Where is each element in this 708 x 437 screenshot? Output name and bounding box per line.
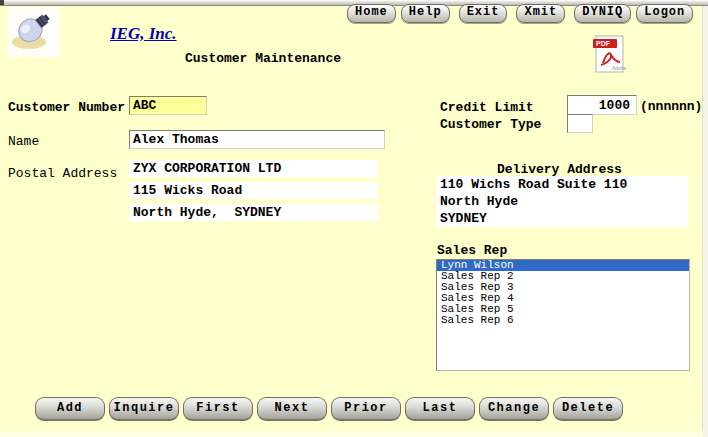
postal-address-label: Postal Address (8, 166, 117, 181)
change-button[interactable]: Change (479, 397, 549, 421)
prior-button[interactable]: Prior (331, 397, 401, 421)
top-nav: Home Help Exit Xmit DYNIQ Logon (347, 4, 698, 23)
pdf-adobe-icon[interactable]: PDF Adobe (592, 34, 626, 74)
svg-text:Adobe: Adobe (612, 65, 626, 71)
credit-limit-input[interactable] (567, 95, 637, 115)
credit-limit-label: Credit Limit (440, 100, 534, 115)
svg-text:PDF: PDF (596, 40, 611, 47)
name-label: Name (8, 134, 39, 149)
credit-limit-format-hint: (nnnnnn) (640, 99, 702, 114)
customer-maintenance-screen: Home Help Exit Xmit DYNIQ Logon IEG, Inc… (0, 0, 708, 437)
dyniq-button[interactable]: DYNIQ (574, 4, 631, 23)
lightbulb-logo-icon[interactable] (8, 7, 60, 57)
customer-number-label: Customer Number (8, 100, 125, 115)
delivery-address-label: Delivery Address (497, 162, 622, 177)
delivery-address-line-1[interactable]: 110 Wichs Road Suite 110 (436, 176, 688, 193)
company-link[interactable]: IEG, Inc. (110, 24, 177, 44)
xmit-button[interactable]: Xmit (516, 4, 565, 23)
right-edge-strip (702, 6, 708, 437)
home-button[interactable]: Home (347, 4, 396, 23)
delete-button[interactable]: Delete (553, 397, 623, 421)
inquire-button[interactable]: Inquire (109, 397, 179, 421)
delivery-address-line-2[interactable]: North Hyde (436, 193, 688, 210)
first-button[interactable]: First (183, 397, 253, 421)
bottom-edge-strip (0, 431, 703, 437)
postal-address-line-2[interactable]: 115 Wicks Road (129, 182, 378, 199)
postal-address-line-3[interactable]: North Hyde, SYDNEY (129, 204, 378, 221)
last-button[interactable]: Last (405, 397, 475, 421)
action-button-row: Add Inquire First Next Prior Last Change… (35, 397, 627, 421)
name-input[interactable] (129, 130, 385, 149)
page-title: Customer Maintenance (185, 51, 341, 66)
sales-rep-listbox[interactable]: Lynn Wilson Sales Rep 2 Sales Rep 3 Sale… (436, 259, 690, 371)
exit-button[interactable]: Exit (459, 4, 508, 23)
help-button[interactable]: Help (401, 4, 450, 23)
sales-rep-label: Sales Rep (437, 243, 507, 258)
next-button[interactable]: Next (257, 397, 327, 421)
add-button[interactable]: Add (35, 397, 105, 421)
window-frame-notch (0, 0, 4, 5)
delivery-address-line-3[interactable]: SYDNEY (436, 210, 688, 227)
sales-rep-option[interactable]: Sales Rep 6 (437, 315, 689, 326)
customer-number-input[interactable] (129, 96, 207, 115)
postal-address-line-1[interactable]: ZYX CORPORATION LTD (129, 160, 378, 177)
customer-type-input[interactable] (567, 114, 593, 133)
logon-button[interactable]: Logon (636, 4, 693, 23)
customer-type-label: Customer Type (440, 117, 541, 132)
